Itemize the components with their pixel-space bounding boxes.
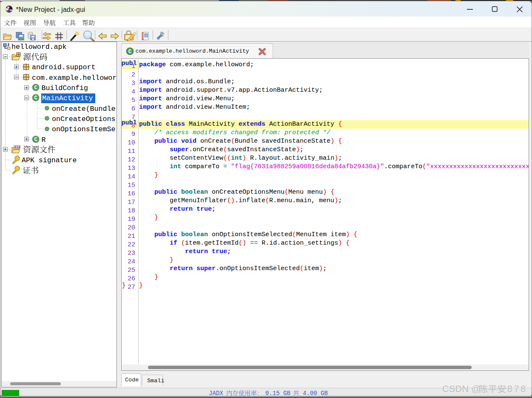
svg-text:C: C [34, 137, 37, 143]
svg-text:JA: JA [7, 6, 10, 8]
svg-text:DX: DX [10, 9, 13, 11]
svg-text:C: C [34, 96, 37, 102]
svg-text:C: C [128, 48, 132, 55]
svg-text:C: C [34, 85, 37, 91]
svg-text:010: 010 [14, 146, 20, 149]
